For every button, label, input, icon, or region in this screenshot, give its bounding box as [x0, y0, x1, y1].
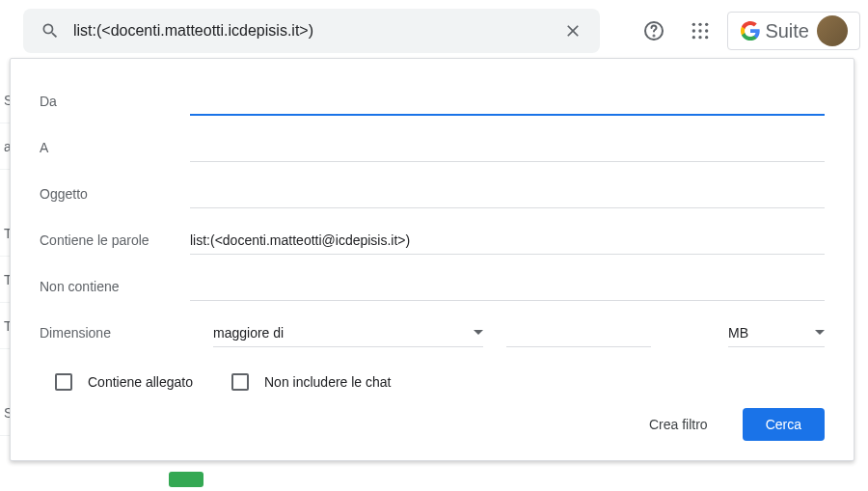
to-input[interactable] [190, 134, 825, 162]
from-row: Da [40, 78, 825, 124]
checkbox-row: Contiene allegato Non includere le chat [55, 373, 825, 391]
has-words-input[interactable] [190, 227, 825, 255]
svg-point-1 [654, 36, 655, 37]
has-attachment-checkbox[interactable]: Contiene allegato [55, 373, 193, 391]
search-button[interactable]: Cerca [743, 408, 825, 441]
create-filter-button[interactable]: Crea filtro [637, 409, 719, 440]
topbar: Suite [0, 0, 868, 62]
exclude-chats-label: Non includere le chat [264, 374, 392, 390]
dimension-row: Dimensione maggiore di MB [40, 310, 825, 356]
to-row: A [40, 124, 825, 171]
subject-input[interactable] [190, 180, 825, 208]
sidebar-item[interactable]: To [0, 210, 10, 257]
svg-point-9 [699, 36, 702, 39]
from-input[interactable] [190, 87, 825, 116]
search-icon[interactable] [39, 19, 62, 42]
apps-grid-icon[interactable] [681, 12, 719, 50]
from-label: Da [40, 94, 190, 109]
to-label: A [40, 140, 190, 155]
subject-row: Oggetto [40, 171, 825, 217]
dimension-label: Dimensione [40, 325, 190, 341]
exclude-chats-checkbox[interactable]: Non includere le chat [231, 373, 392, 391]
size-operator-value: maggiore di [213, 325, 474, 341]
sidebar-item[interactable]: To [0, 257, 10, 303]
subject-label: Oggetto [40, 186, 190, 202]
size-operator-select[interactable]: maggiore di [213, 319, 483, 347]
size-unit-value: MB [728, 325, 815, 341]
sidebar-item[interactable]: To [0, 303, 10, 349]
svg-point-10 [705, 36, 708, 39]
gsuite-label: Suite [765, 20, 809, 42]
gsuite-badge[interactable]: Suite [727, 12, 860, 50]
button-row: Crea filtro Cerca [40, 408, 825, 441]
not-contains-input[interactable] [190, 273, 825, 301]
svg-point-7 [705, 29, 708, 32]
sidebar-item[interactable]: aff [0, 123, 10, 170]
green-badge-fragment [169, 472, 203, 487]
size-value-input[interactable] [506, 319, 651, 347]
checkbox-box-icon [55, 373, 72, 391]
search-filter-panel: Da A Oggetto Contiene le parole Non cont… [10, 58, 854, 461]
not-contains-label: Non contiene [40, 279, 190, 294]
avatar[interactable] [817, 15, 848, 46]
size-unit-select[interactable]: MB [728, 319, 825, 347]
has-attachment-label: Contiene allegato [88, 374, 193, 390]
clear-search-icon[interactable] [554, 12, 592, 50]
checkbox-box-icon [231, 373, 249, 391]
svg-point-5 [692, 29, 695, 32]
sidebar-fragment: Si aff To To To Si [0, 62, 10, 486]
search-container [23, 9, 600, 53]
search-input[interactable] [69, 22, 554, 40]
sidebar-item[interactable]: Si [0, 77, 10, 123]
has-words-label: Contiene le parole [40, 232, 190, 248]
not-contains-row: Non contiene [40, 263, 825, 310]
svg-point-3 [699, 23, 702, 26]
svg-point-2 [692, 23, 695, 26]
svg-point-6 [699, 29, 702, 32]
svg-point-4 [705, 23, 708, 26]
header-icons: Suite [635, 12, 860, 50]
help-icon[interactable] [635, 12, 673, 50]
chevron-down-icon [815, 330, 825, 335]
chevron-down-icon [474, 330, 483, 335]
svg-point-8 [692, 36, 695, 39]
has-words-row: Contiene le parole [40, 217, 825, 263]
google-g-icon [740, 20, 761, 41]
sidebar-item[interactable]: Si [0, 390, 10, 436]
